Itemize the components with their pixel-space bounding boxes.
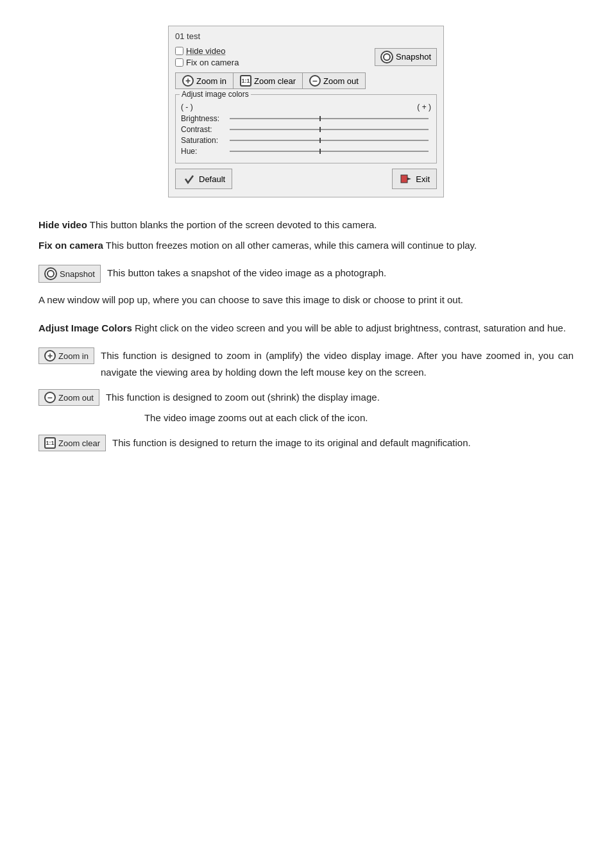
- zoom-out-desc: This function is designed to zoom out (s…: [106, 392, 380, 403]
- fix-camera-bold: Fix on camera: [38, 240, 103, 251]
- exit-button[interactable]: Exit: [392, 169, 437, 189]
- snapshot-desc: This button takes a snapshot of the vide…: [107, 267, 386, 278]
- contrast-row: Contrast:: [181, 125, 431, 134]
- hide-video-text: This button blanks the portion of the sc…: [87, 219, 377, 230]
- snapshot-extra-text: A new window will pop up, where you can …: [38, 292, 574, 308]
- snapshot-feature-label: Snapshot: [60, 269, 95, 279]
- hue-track[interactable]: [230, 151, 429, 152]
- zoom-in-desc: This function is designed to zoom in (am…: [101, 350, 574, 378]
- adjust-plus: ( + ): [417, 103, 431, 112]
- zoom-in-feature-label: Zoom in: [58, 351, 89, 361]
- snapshot-label: Snapshot: [396, 52, 431, 62]
- panel-title: 01 test: [175, 31, 437, 41]
- zoom-clear-feature-text: This function is designed to return the …: [112, 435, 471, 451]
- fix-camera-text: This button freezes motion on all other …: [103, 240, 477, 251]
- adjust-image-colors-group: Adjust image colors ( - ) ( + ) Brightne…: [175, 94, 437, 163]
- zoom-out-icon: –: [309, 75, 321, 87]
- brightness-label: Brightness:: [181, 114, 227, 123]
- default-label: Default: [199, 174, 225, 184]
- hide-video-label: Hide video: [186, 46, 225, 56]
- default-button[interactable]: Default: [175, 169, 232, 189]
- snapshot-icon: [380, 51, 393, 63]
- adjust-group-title: Adjust image colors: [180, 90, 251, 99]
- zoom-clear-icon-doc: 1:1: [44, 437, 56, 449]
- hue-row: Hue:: [181, 147, 431, 156]
- saturation-label: Saturation:: [181, 136, 227, 145]
- brightness-track[interactable]: [230, 118, 429, 119]
- zoom-clear-desc: This function is designed to return the …: [112, 437, 471, 448]
- brightness-row: Brightness:: [181, 114, 431, 123]
- zoom-in-feature-icon[interactable]: + Zoom in: [38, 347, 94, 364]
- zoom-clear-feature-row: 1:1 Zoom clear This function is designed…: [38, 435, 574, 451]
- zoom-in-label: Zoom in: [196, 76, 226, 86]
- contrast-label: Contrast:: [181, 125, 227, 134]
- zoom-out-feature-text: This function is designed to zoom out (s…: [106, 389, 380, 426]
- zoom-out-feature-icon[interactable]: – Zoom out: [38, 389, 99, 406]
- svg-marker-1: [407, 178, 411, 180]
- hide-video-bold: Hide video: [38, 219, 87, 230]
- fix-camera-label: Fix on camera: [186, 58, 239, 67]
- zoom-out-feature-row: – Zoom out This function is designed to …: [38, 389, 574, 426]
- zoom-clear-button[interactable]: 1:1 Zoom clear: [233, 72, 302, 89]
- fix-camera-checkbox[interactable]: [175, 58, 183, 67]
- snapshot-icon-doc: [44, 267, 57, 280]
- snapshot-feature-icon[interactable]: Snapshot: [38, 265, 101, 283]
- snapshot-button[interactable]: Snapshot: [375, 48, 437, 66]
- zoom-out-extra: The video image zooms out at each click …: [106, 410, 380, 426]
- snapshot-extra-section: A new window will pop up, where you can …: [38, 292, 574, 308]
- adjust-minus: ( - ): [181, 103, 193, 112]
- zoom-controls: + Zoom in 1:1 Zoom clear – Zoom out: [175, 72, 437, 89]
- hide-video-checkbox-label[interactable]: Hide video: [175, 46, 239, 56]
- fix-camera-checkbox-label[interactable]: Fix on camera: [175, 58, 239, 67]
- adjust-section: Adjust Image Colors Right click on the v…: [38, 320, 574, 337]
- zoom-in-button[interactable]: + Zoom in: [175, 72, 233, 89]
- contrast-track[interactable]: [230, 129, 429, 130]
- exit-icon: [399, 172, 413, 186]
- hue-label: Hue:: [181, 147, 227, 156]
- zoom-in-icon-doc: +: [44, 350, 56, 362]
- zoom-in-feature-text: This function is designed to zoom in (am…: [101, 347, 574, 380]
- snapshot-feature-row: Snapshot This button takes a snapshot of…: [38, 265, 574, 283]
- snapshot-feature-text: This button takes a snapshot of the vide…: [107, 265, 386, 281]
- adjust-text: Right click on the video screen and you …: [132, 322, 566, 333]
- zoom-out-button[interactable]: – Zoom out: [302, 72, 366, 89]
- hide-video-section: Hide video This button blanks the portio…: [38, 217, 574, 253]
- zoom-clear-feature-label: Zoom clear: [58, 438, 100, 448]
- zoom-in-icon: +: [182, 75, 194, 87]
- zoom-clear-feature-icon[interactable]: 1:1 Zoom clear: [38, 435, 106, 451]
- svg-rect-0: [401, 175, 407, 183]
- default-icon: [182, 172, 196, 186]
- hide-video-checkbox[interactable]: [175, 47, 183, 55]
- adjust-bold: Adjust Image Colors: [38, 322, 132, 333]
- zoom-in-feature-row: + Zoom in This function is designed to z…: [38, 347, 574, 380]
- zoom-out-label: Zoom out: [323, 76, 359, 86]
- zoom-clear-icon: 1:1: [240, 75, 251, 87]
- exit-label: Exit: [416, 174, 430, 184]
- panel-bottom-row: Default Exit: [175, 169, 437, 189]
- zoom-out-icon-doc: –: [44, 392, 56, 403]
- camera-control-panel: 01 test Hide video Fix on camera Snapsho…: [168, 26, 444, 197]
- zoom-clear-label: Zoom clear: [254, 76, 296, 86]
- saturation-track[interactable]: [230, 140, 429, 141]
- zoom-out-feature-label: Zoom out: [58, 393, 94, 403]
- saturation-row: Saturation:: [181, 136, 431, 145]
